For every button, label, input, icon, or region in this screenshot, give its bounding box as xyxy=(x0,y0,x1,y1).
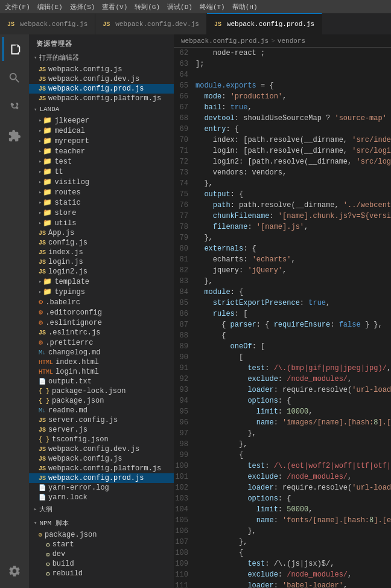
settings-icon[interactable] xyxy=(2,559,27,583)
extensions-icon[interactable] xyxy=(2,124,27,148)
folder-icon: 📁 xyxy=(43,147,52,156)
tree-item[interactable]: JSApp.js xyxy=(29,228,174,238)
tree-item[interactable]: M↓changelog.md xyxy=(29,348,174,357)
js-icon: JS xyxy=(7,21,14,28)
line-content: limit: 10000, xyxy=(196,406,386,417)
menu-select[interactable]: 选择(S) xyxy=(70,2,95,11)
tree-item[interactable]: JSserver.config.js xyxy=(29,415,174,425)
tree-item[interactable]: ⚙.prettierrc xyxy=(29,337,174,348)
explorer-icon[interactable] xyxy=(2,37,27,61)
line-number: 90 xyxy=(174,352,196,363)
open-file-webpack-platform[interactable]: JS webpack.config.platform.js xyxy=(29,94,174,103)
search-icon[interactable] xyxy=(2,66,27,90)
breadcrumb-file: webpack.config.prod.js xyxy=(181,37,269,45)
tree-item[interactable]: JSlogin2.js xyxy=(29,267,174,276)
explorer-title: 资源管理器 xyxy=(29,34,174,51)
menu-goto[interactable]: 转到(G) xyxy=(135,2,160,11)
line-content: filename: '[name].js', xyxy=(196,222,386,232)
tree-item-label: jlkeeper xyxy=(54,117,89,125)
tree-item[interactable]: JS.eslintrc.js xyxy=(29,328,174,337)
md-icon: M↓ xyxy=(39,407,46,414)
line-number: 111 xyxy=(174,580,196,588)
npm-section[interactable]: ▾ NPM 脚本 xyxy=(29,516,174,530)
chevron-icon: ▸ xyxy=(39,220,42,226)
tree-item[interactable]: ▸ 📁store xyxy=(29,208,174,218)
line-content: jquery: 'jQuery', xyxy=(196,265,386,276)
tree-item[interactable]: JSwebpack.config.prod.js xyxy=(29,473,174,483)
line-number: 63 xyxy=(174,59,196,69)
menu-debug[interactable]: 调试(D) xyxy=(167,2,192,11)
tree-item[interactable]: 📄output.txt xyxy=(29,377,174,386)
tree-item[interactable]: 📄yarn-error.log xyxy=(29,483,174,493)
tree-item[interactable]: ⚙.babelrc xyxy=(29,297,174,307)
line-content: { xyxy=(196,548,386,558)
tree-item[interactable]: JSwebpack.config.platform.js xyxy=(29,464,174,473)
line-number: 64 xyxy=(174,69,196,80)
tree-item[interactable]: ▸ 📁test xyxy=(29,156,174,167)
txt-icon: 📄 xyxy=(39,378,46,385)
tree-item[interactable]: ▸ 📁typings xyxy=(29,287,174,297)
tab-label: webpack.config.prod.js xyxy=(227,21,314,28)
tree-item[interactable]: JSwebpack.config.js xyxy=(29,454,174,464)
menu-edit[interactable]: 编辑(E) xyxy=(37,2,63,11)
npm-script-rebuild[interactable]: ⚙ rebuild xyxy=(29,569,174,578)
tree-item[interactable]: JSlogin.js xyxy=(29,257,174,267)
line-number: 85 xyxy=(174,298,196,308)
tree-item[interactable]: ▸ 📁medical xyxy=(29,126,174,136)
source-control-icon[interactable] xyxy=(2,95,27,119)
code-editor[interactable]: 62 node-react ;63];64 65module.exports =… xyxy=(174,48,391,588)
tree-item[interactable]: M↓readme.md xyxy=(29,406,174,415)
code-line: 89 oneOf: [ xyxy=(174,341,391,352)
tree-item[interactable]: 📄yarn.lock xyxy=(29,493,174,502)
tree-item[interactable]: JSconfig.js xyxy=(29,238,174,248)
open-editors-section[interactable]: ▾ 打开的编辑器 xyxy=(29,51,174,65)
tab-webpack-config-prod[interactable]: JS webpack.config.prod.js xyxy=(207,13,322,34)
menu-bar[interactable]: 文件(F) 编辑(E) 选择(S) 查看(V) 转到(G) 调试(D) 终端(T… xyxy=(5,2,258,11)
tree-item[interactable]: HTMLlogin.html xyxy=(29,367,174,377)
tree-item[interactable]: ⚙.eslintignore xyxy=(29,318,174,328)
tree-item[interactable]: ▸ 📁jlkeeper xyxy=(29,115,174,126)
line-content: exclude: /node_modules/, xyxy=(196,471,386,482)
tree-item[interactable]: ▸ 📁utils xyxy=(29,218,174,228)
npm-script-dev[interactable]: ⚙ dev xyxy=(29,549,174,559)
menu-file[interactable]: 文件(F) xyxy=(5,2,30,11)
line-content: }, xyxy=(196,439,386,450)
tree-item[interactable]: ▸ 📁static xyxy=(29,197,174,208)
tree-item[interactable]: ▸ 📁myreport xyxy=(29,136,174,146)
outline-section[interactable]: ▸ 大纲 xyxy=(29,502,174,516)
tree-item[interactable]: { }tsconfig.json xyxy=(29,435,174,444)
line-number: 110 xyxy=(174,569,196,580)
js-icon: JS xyxy=(39,417,46,424)
menu-terminal[interactable]: 终端(T) xyxy=(200,2,225,11)
js-icon: JS xyxy=(39,230,46,237)
tree-item[interactable]: ▸ 📁teacher xyxy=(29,146,174,156)
tree-item[interactable]: { }package-lock.json xyxy=(29,386,174,396)
tree-item[interactable]: ⚙.editorconfig xyxy=(29,307,174,318)
npm-package[interactable]: ⚙ package.json xyxy=(29,530,174,540)
npm-script-build[interactable]: ⚙ build xyxy=(29,559,174,569)
line-number: 76 xyxy=(174,200,196,211)
code-line: 106 }, xyxy=(174,526,391,537)
tree-item[interactable]: ▸ 📁template xyxy=(29,276,174,287)
tree-item[interactable]: JSindex.js xyxy=(29,248,174,257)
menu-help[interactable]: 帮助(H) xyxy=(232,2,258,11)
tab-webpack-config-dev[interactable]: JS webpack.config.dev.js xyxy=(95,13,207,34)
tree-item[interactable]: ▸ 📁routes xyxy=(29,187,174,197)
open-file-webpack-prod[interactable]: JS webpack.config.prod.js xyxy=(29,84,174,94)
line-number: 100 xyxy=(174,461,196,471)
menu-view[interactable]: 查看(V) xyxy=(102,2,127,11)
tree-item-label: changelog.md xyxy=(48,348,100,357)
txt-icon: 📄 xyxy=(39,484,46,491)
tree-item[interactable]: ▸ 📁visitlog xyxy=(29,177,174,187)
npm-script-start[interactable]: ⚙ start xyxy=(29,540,174,549)
open-file-webpack-dev[interactable]: JS webpack.config.dev.js xyxy=(29,74,174,84)
open-file-webpack[interactable]: JS webpack.config.js xyxy=(29,65,174,74)
tree-item[interactable]: ▸ 📁tt xyxy=(29,167,174,177)
tab-webpack-config[interactable]: JS webpack.config.js xyxy=(0,13,95,34)
tree-item[interactable]: { }package.json xyxy=(29,396,174,406)
json-icon: { } xyxy=(39,398,49,404)
tree-item[interactable]: JSwebpack.config.dev.js xyxy=(29,444,174,454)
project-section[interactable]: ▾ LANDA xyxy=(29,103,174,115)
tree-item[interactable]: HTMLindex.html xyxy=(29,357,174,367)
tree-item[interactable]: JSserver.js xyxy=(29,425,174,435)
